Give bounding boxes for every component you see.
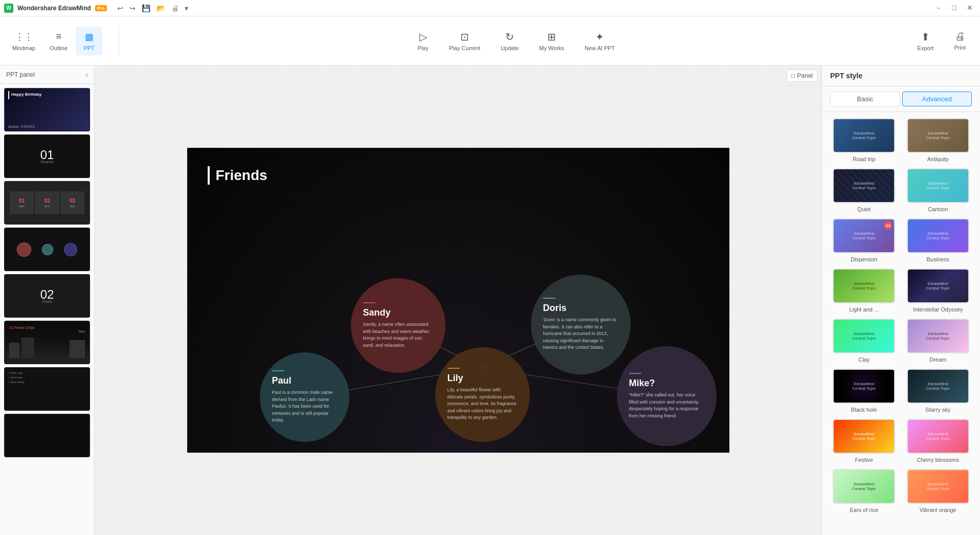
style-tabs: Basic Advanced [822, 86, 980, 112]
slide-thumb-3[interactable]: 01 text 02 text 03 text [4, 181, 90, 225]
mindmap-icon: ⋮⋮ [18, 31, 30, 43]
style-item-road-trip[interactable]: EdrawMindCentral Topic Road trip [830, 118, 898, 162]
toolbar-play[interactable]: ▷ Play [409, 27, 436, 55]
mike-accent [629, 373, 641, 374]
lily-name: Lily [448, 373, 463, 384]
print-title-button[interactable]: 🖨 [169, 4, 181, 12]
style-thumb-quiet: EdrawMindCentral Topic [833, 168, 895, 203]
style-thumb-cherry-blossoms: EdrawMindCentral Topic [907, 419, 969, 454]
panel-collapse-button[interactable]: ‹ [85, 71, 88, 79]
style-item-business[interactable]: EdrawMindCentral Topic Business [904, 218, 972, 262]
lily-accent [448, 368, 460, 369]
new-ai-ppt-label: New AI PPT [585, 45, 615, 51]
slide-thumb-4[interactable] [4, 228, 90, 271]
style-label-dispersion: Dispersion [851, 256, 877, 262]
style-item-interstellar[interactable]: EdrawMindCentral Topic Interstellar Odys… [904, 269, 972, 313]
play-current-label: Play Current [449, 45, 480, 51]
style-item-vibrant-orange[interactable]: EdrawMindCentral Topic Vibrant orange [904, 469, 972, 513]
slide-thumb-6[interactable]: 01 Potato Chips Nuts [4, 321, 90, 364]
toolbar-outline[interactable]: ≡ Outline [43, 27, 74, 55]
sandy-accent [363, 302, 375, 303]
play-label: Play [417, 45, 428, 51]
slide1-title: Happy Birthday [11, 92, 41, 97]
toolbar-new-ai-ppt[interactable]: ✦ New AI PPT [576, 27, 623, 55]
toolbar-print[interactable]: 🖨 Print [946, 27, 974, 55]
app-logo: W [4, 4, 13, 13]
undo-button[interactable]: ↩ [115, 4, 125, 12]
style-item-light[interactable]: EdrawMindCentral Topic Light and ... [830, 269, 898, 313]
style-item-festive[interactable]: EdrawMindCentral Topic Festive [830, 419, 898, 463]
paul-name: Paul [272, 375, 292, 386]
style-item-quiet[interactable]: EdrawMindCentral Topic Quiet [830, 168, 898, 212]
outline-label: Outline [50, 45, 68, 51]
paul-desc: Paul is a common male name derived from … [272, 389, 337, 424]
slide-thumb-7[interactable]: ○ item one ○ item two ○ item three [4, 367, 90, 411]
toolbar-mindmap[interactable]: ⋮⋮ Mindmap [6, 27, 41, 55]
style-item-dream[interactable]: EdrawMindCentral Topic Dream [904, 319, 972, 363]
slide-canvas: Friends Sandy Sandy, a name often associ… [187, 148, 729, 453]
canvas-area: □ Panel Friends [95, 65, 821, 535]
toolbar-left: ⋮⋮ Mindmap ≡ Outline ▦ PPT [6, 27, 102, 55]
style-item-cherry-blossoms[interactable]: EdrawMindCentral Topic Cherry blossoms [904, 419, 972, 463]
paul-accent [272, 370, 284, 371]
toolbar-play-current[interactable]: ⊡ Play Current [441, 27, 488, 55]
style-item-clay[interactable]: EdrawMindCentral Topic Clay [830, 319, 898, 363]
style-item-black-hole[interactable]: EdrawMindCentral Topic Black hole [830, 369, 898, 413]
style-thumb-cartoon: EdrawMindCentral Topic [907, 168, 969, 203]
window-controls[interactable]: － □ ✕ [932, 4, 976, 13]
style-grid: EdrawMindCentral Topic Road trip EdrawMi… [822, 112, 980, 519]
style-item-ears-of-rice[interactable]: EdrawMindCentral Topic Ears of rice [830, 469, 898, 513]
toolbar-ppt[interactable]: ▦ PPT [76, 27, 102, 55]
ppt-panel-title: PPT panel [6, 71, 35, 78]
redo-button[interactable]: ↪ [127, 4, 138, 12]
maximize-button[interactable]: □ [949, 4, 960, 13]
style-item-cartoon[interactable]: EdrawMindCentral Topic Cartoon [904, 168, 972, 212]
panel-toggle-icon: □ [791, 72, 795, 79]
toolbar-update[interactable]: ↻ Update [493, 27, 527, 55]
slide-thumb-1[interactable]: Happy Birthday Author: XXXXXX [4, 88, 90, 131]
style-label-antiquity: Antiquity [927, 156, 949, 162]
slide-thumb-8[interactable] [4, 414, 90, 457]
slide-title-text: Friends [216, 167, 268, 184]
open-button[interactable]: 📂 [154, 4, 167, 12]
style-label-vibrant-orange: Vibrant orange [920, 507, 956, 513]
app-badge: Pro [95, 5, 107, 11]
tab-basic[interactable]: Basic [830, 92, 900, 106]
panel-toggle[interactable]: □ Panel [787, 70, 817, 82]
slide1-sub: Author: XXXXXX [8, 125, 35, 128]
slide-thumb-2[interactable]: 01 Guests [4, 135, 90, 178]
style-thumb-festive: EdrawMindCentral Topic [833, 419, 895, 454]
doris-name: Doris [543, 303, 567, 314]
style-item-antiquity[interactable]: EdrawMindCentral Topic Antiquity [904, 118, 972, 162]
style-item-starry-sky[interactable]: EdrawMindCentral Topic Starry sky [904, 369, 972, 413]
ppt-icon: ▦ [83, 31, 95, 43]
save-button[interactable]: 💾 [140, 4, 152, 12]
minimize-button[interactable]: － [932, 4, 945, 13]
style-label-light: Light and ... [850, 306, 879, 313]
tab-advanced[interactable]: Advanced [902, 92, 972, 106]
toolbar-export[interactable]: ⬆ Export [909, 27, 942, 55]
style-label-interstellar: Interstellar Odyssey [913, 306, 963, 313]
style-label-festive: Festive [855, 457, 873, 463]
style-label-starry-sky: Starry sky [925, 407, 950, 413]
style-thumb-dream: EdrawMindCentral Topic [907, 319, 969, 353]
more-button[interactable]: ▾ [183, 4, 190, 12]
close-button[interactable]: ✕ [964, 4, 976, 13]
style-label-road-trip: Road trip [853, 156, 876, 162]
slide2-sub: Guests [40, 160, 53, 164]
toolbar-right: ⬆ Export 🖨 Print [909, 27, 974, 55]
toolbar-my-works[interactable]: ⊞ My Works [531, 27, 572, 55]
print-icon: 🖨 [955, 31, 965, 42]
slide-thumb-5[interactable]: 02 Food [4, 274, 90, 318]
main-area: PPT panel ‹ Happy Birthday Author: XXXXX… [0, 65, 980, 535]
lily-desc: Lily, a beautiful flower with delicate p… [448, 387, 518, 421]
style-thumb-light: EdrawMindCentral Topic [833, 269, 895, 303]
style-item-dispersion[interactable]: EdrawMindCentral Topic 23 Dispersion [830, 218, 898, 262]
node-paul: Paul Paul is a common male name derived … [260, 352, 349, 442]
style-label-clay: Clay [858, 356, 870, 363]
node-mike: Mike? "Mike?" she called out, her voice … [617, 346, 717, 446]
my-works-icon: ⊞ [547, 31, 556, 43]
toolbar-history[interactable]: ↩ ↪ 💾 📂 🖨 ▾ [115, 4, 190, 12]
right-panel-header: PPT style [822, 65, 980, 86]
sandy-name: Sandy [363, 307, 391, 318]
